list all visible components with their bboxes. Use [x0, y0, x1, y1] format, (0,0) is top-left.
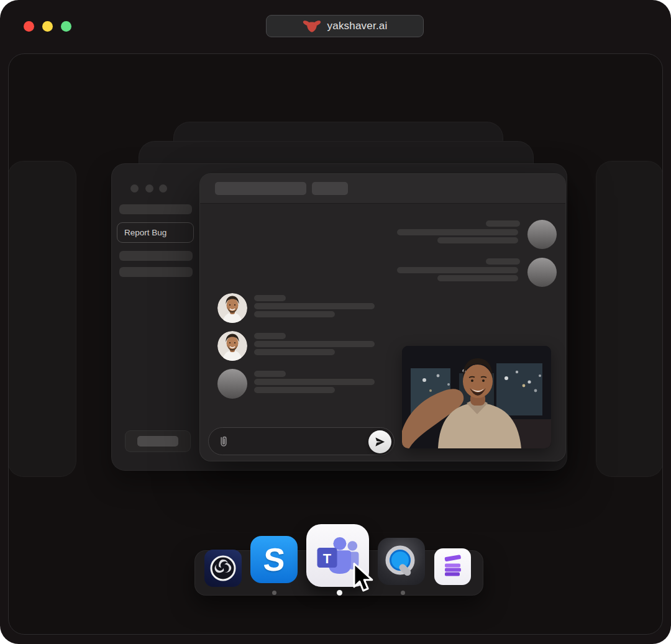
avatar	[527, 258, 557, 287]
person-photo-icon	[217, 293, 247, 323]
video-call-thumbnail[interactable]	[402, 346, 551, 448]
quicktime-icon	[382, 542, 421, 581]
zoom-window-button[interactable]	[61, 21, 71, 32]
teams-letter: T	[322, 550, 331, 566]
offscreen-window-right	[596, 161, 663, 477]
selfie-video-image	[402, 346, 551, 448]
skeleton-bar	[486, 220, 520, 227]
running-indicator	[337, 590, 342, 596]
sidebar-bottom-button[interactable]	[125, 430, 191, 452]
skeleton-bar	[254, 341, 375, 347]
dock-item-snagit[interactable]: S	[250, 536, 298, 583]
chat-window	[199, 173, 566, 461]
window-control-dot	[145, 184, 153, 193]
content-panel: Report Bug	[8, 53, 663, 635]
skeleton-bar	[254, 349, 335, 355]
page-title: yakshaver.ai	[327, 20, 388, 32]
skeleton-bar	[397, 229, 518, 235]
dock-item-clipchamp[interactable]	[434, 548, 471, 585]
skeleton-bar	[254, 295, 286, 301]
skeleton-bar	[397, 267, 518, 273]
clipchamp-icon	[440, 555, 465, 579]
skeleton-bar	[254, 333, 286, 339]
send-arrow-icon	[374, 436, 386, 448]
address-pill[interactable]: yakshaver.ai	[266, 15, 424, 37]
message-input[interactable]	[208, 427, 395, 455]
send-button[interactable]	[368, 430, 391, 453]
minimize-window-button[interactable]	[42, 21, 53, 32]
running-indicator	[401, 591, 405, 595]
skeleton-bar	[119, 267, 193, 277]
offscreen-window-left	[8, 161, 76, 477]
app-window: yakshaver.ai Report Bug	[0, 0, 671, 644]
paperclip-icon[interactable]	[217, 435, 230, 448]
skeleton-bar	[254, 387, 335, 393]
skeleton-pill	[137, 436, 178, 447]
skeleton-bar	[119, 204, 192, 214]
avatar	[217, 369, 247, 399]
skeleton-bar	[254, 311, 335, 317]
report-bug-label: Report Bug	[124, 228, 167, 237]
avatar	[527, 220, 557, 249]
skeleton-bar	[437, 237, 518, 243]
person-photo-icon	[217, 331, 247, 361]
window-control-dot	[159, 184, 167, 193]
skeleton-bar	[437, 275, 518, 281]
skeleton-bar	[312, 182, 348, 195]
skeleton-bar	[119, 251, 193, 261]
skeleton-bar	[254, 379, 375, 385]
report-bug-button[interactable]: Report Bug	[117, 222, 194, 243]
snagit-icon: S	[262, 541, 286, 578]
skeleton-bar	[254, 371, 286, 377]
window-control-dot	[130, 184, 139, 193]
dock-item-quicktime[interactable]	[378, 538, 425, 585]
skeleton-bar	[486, 258, 520, 265]
obs-studio-icon	[209, 555, 237, 582]
yak-head-icon	[303, 19, 321, 33]
dock-item-obs[interactable]	[204, 550, 242, 587]
running-indicator	[272, 591, 276, 595]
chat-header	[200, 174, 565, 204]
close-window-button[interactable]	[24, 21, 34, 32]
avatar	[217, 293, 247, 323]
skeleton-bar	[254, 303, 375, 309]
skeleton-bar	[215, 182, 306, 195]
mouse-cursor-icon	[351, 561, 376, 594]
avatar	[217, 331, 247, 361]
